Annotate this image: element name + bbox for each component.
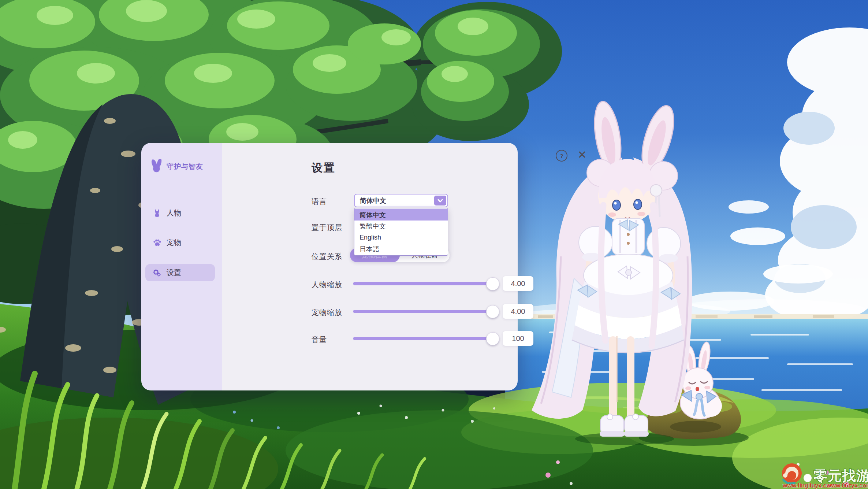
slider-fill — [353, 310, 499, 313]
logo-row: 守护与智友 — [150, 159, 203, 174]
watermark-url-2: www.06zyx.com — [826, 482, 868, 489]
slider-fill — [353, 337, 499, 340]
pet-paw-icon — [153, 238, 161, 247]
sidebar-item-label: 人物 — [167, 208, 181, 218]
volume-row: 音量 100 — [222, 331, 518, 346]
dropdown-option-japanese[interactable]: 日本語 — [354, 243, 448, 255]
sidebar-item-pet[interactable]: 宠物 — [145, 234, 215, 251]
language-select[interactable]: 简体中文 — [354, 194, 448, 207]
close-icon: ✕ — [577, 148, 586, 161]
character-scale-slider[interactable] — [353, 282, 499, 285]
pet-scale-slider[interactable] — [353, 310, 499, 313]
volume-label: 音量 — [312, 335, 327, 345]
volume-slider[interactable] — [353, 337, 499, 340]
chevron-down-icon[interactable] — [434, 196, 446, 205]
watermark-title: 零元找游戏 — [813, 468, 868, 484]
always-on-top-label: 置于顶层 — [312, 223, 342, 233]
sidebar-item-label: 设置 — [167, 268, 181, 278]
character-scale-row: 人物缩放 4.00 — [222, 276, 518, 291]
pet-scale-label: 宠物缩放 — [312, 308, 342, 318]
slider-fill — [353, 282, 499, 285]
pet-scale-value[interactable]: 4.00 — [503, 304, 533, 319]
app-logo-bunny-icon — [150, 159, 163, 174]
sidebar-item-character[interactable]: 人物 — [145, 204, 215, 222]
language-label: 语言 — [312, 197, 327, 207]
volume-value[interactable]: 100 — [503, 331, 533, 346]
character-scale-label: 人物缩放 — [312, 280, 342, 290]
pet-scale-row: 宠物缩放 4.00 — [222, 304, 518, 319]
help-button[interactable]: ? — [556, 150, 567, 162]
page-title: 设置 — [312, 160, 336, 175]
position-relation-label: 位置关系 — [312, 252, 342, 262]
dropdown-option-simplified-chinese[interactable]: 简体中文 — [354, 209, 448, 221]
desktop: 零元找游戏 www.lingliuyx.com www.06zyx.com 守护… — [0, 0, 868, 489]
settings-panel: ? ✕ 设置 语言 简体中文 简体中文 繁體中文 English 日本語 置于顶… — [222, 143, 518, 390]
language-dropdown: 简体中文 繁體中文 English 日本語 — [354, 208, 448, 256]
settings-gear-icon — [153, 268, 161, 277]
dropdown-option-english[interactable]: English — [354, 232, 448, 243]
sidebar-item-settings[interactable]: 设置 — [145, 264, 215, 281]
sidebar-item-label: 宠物 — [167, 238, 181, 248]
character-icon — [153, 209, 161, 218]
language-select-value: 简体中文 — [360, 196, 386, 205]
dropdown-option-traditional-chinese[interactable]: 繁體中文 — [354, 221, 448, 232]
slider-thumb[interactable] — [486, 277, 499, 290]
character-scale-value[interactable]: 4.00 — [503, 276, 533, 291]
close-button[interactable]: ✕ — [575, 148, 589, 161]
sidebar: 守护与智友 人物 宠物 — [141, 143, 222, 390]
app-title: 守护与智友 — [167, 162, 203, 171]
slider-thumb[interactable] — [486, 332, 499, 345]
settings-dialog: 守护与智友 人物 宠物 — [141, 143, 518, 390]
slider-thumb[interactable] — [486, 305, 499, 318]
help-icon: ? — [560, 153, 563, 159]
